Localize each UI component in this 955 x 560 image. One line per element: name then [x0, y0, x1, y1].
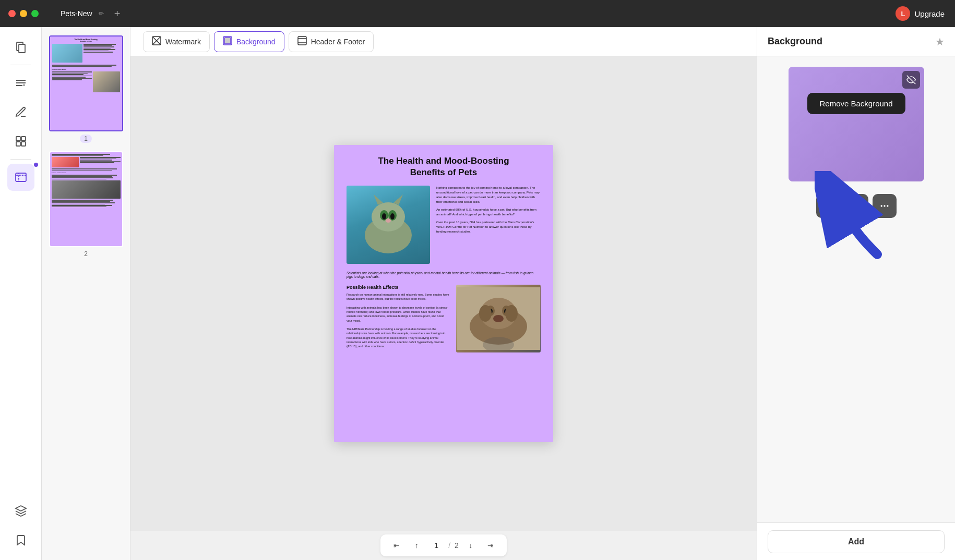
- svg-point-33: [505, 305, 518, 322]
- edit-background-button[interactable]: [844, 194, 868, 218]
- icon-sidebar: [0, 27, 42, 560]
- toggle-visibility-button[interactable]: [902, 71, 920, 89]
- right-panel-title: Background: [768, 36, 822, 47]
- edit-title-icon[interactable]: ✏: [99, 10, 104, 17]
- doc-para-1: Nothing compares to the joy of coming ho…: [436, 186, 541, 204]
- watermark-tab-label: Watermark: [165, 38, 201, 46]
- add-label: Add: [848, 537, 864, 546]
- svg-point-31: [493, 315, 504, 322]
- next-page-button[interactable]: ↓: [463, 538, 479, 553]
- page-navigation: ⇤ ↑ 1 / 2 ↓ ⇥: [380, 534, 507, 556]
- cat-image: [347, 186, 430, 264]
- last-page-button[interactable]: ⇥: [483, 538, 498, 553]
- maximize-button[interactable]: [31, 10, 39, 17]
- svg-point-23: [386, 218, 391, 223]
- right-panel-header: Background ★: [757, 27, 955, 56]
- minimize-button[interactable]: [20, 10, 27, 17]
- svg-rect-4: [16, 142, 20, 146]
- doc-right-col: [456, 285, 541, 352]
- pages-panel: The Health and Mood-BoostingBenefits of …: [42, 27, 130, 560]
- tab-watermark[interactable]: Watermark: [143, 31, 210, 52]
- svg-point-32: [479, 305, 492, 322]
- background-tab-label: Background: [236, 38, 276, 46]
- svg-point-16: [372, 202, 405, 232]
- upgrade-button[interactable]: L Upgrade: [896, 6, 945, 21]
- doc-section-1: Nothing compares to the joy of coming ho…: [347, 186, 541, 264]
- svg-point-21: [382, 213, 386, 220]
- doc-separator-text: Scientists are looking at what the poten…: [347, 271, 541, 278]
- delete-background-button[interactable]: [816, 194, 840, 218]
- tab-background[interactable]: Background: [214, 31, 284, 52]
- action-buttons-row: [816, 194, 897, 218]
- svg-rect-12: [298, 36, 306, 45]
- remove-background-label: Remove Background: [819, 99, 892, 108]
- avatar: L: [896, 6, 910, 21]
- svg-point-38: [887, 205, 888, 206]
- svg-point-22: [390, 213, 395, 220]
- doc-text-1: Nothing compares to the joy of coming ho…: [436, 186, 541, 264]
- doc-left-col: Possible Health Effects Research on huma…: [347, 285, 450, 352]
- right-panel: Background ★ Remove Background: [757, 27, 955, 560]
- sidebar-item-watermark[interactable]: [7, 164, 34, 191]
- toolbar-tabs: Watermark Background: [130, 27, 757, 56]
- dog-image: [456, 285, 541, 352]
- doc-para-2: An estimated 68% of U.S. households have…: [436, 208, 541, 217]
- page-thumb-1[interactable]: The Health and Mood-BoostingBenefits of …: [48, 35, 124, 143]
- upgrade-label: Upgrade: [914, 9, 945, 18]
- tab-header-footer[interactable]: Header & Footer: [289, 31, 374, 52]
- sidebar-item-edit[interactable]: [7, 99, 34, 126]
- thumb-image-2: Animals Helping People: [49, 151, 123, 247]
- page-thumb-2[interactable]: Animals Helping People 2: [48, 151, 124, 258]
- more-options-button[interactable]: [873, 194, 897, 218]
- page-number-2: 2: [84, 250, 88, 258]
- prev-page-button[interactable]: ↑: [409, 538, 424, 553]
- first-page-button[interactable]: ⇤: [389, 538, 404, 553]
- doc-section-body: Research on human-animal interactions is…: [347, 293, 450, 348]
- svg-rect-11: [224, 38, 231, 44]
- sidebar-item-bookmark[interactable]: [7, 527, 34, 554]
- current-page-input[interactable]: 1: [428, 541, 444, 550]
- main-layout: The Health and Mood-BoostingBenefits of …: [0, 27, 955, 560]
- right-panel-footer: Add: [757, 522, 955, 560]
- doc-para-3: Over the past 10 years, NIH has partnere…: [436, 220, 541, 234]
- close-button[interactable]: [8, 10, 16, 17]
- favorite-star-icon[interactable]: ★: [935, 35, 945, 48]
- svg-rect-1: [19, 44, 25, 53]
- svg-marker-18: [393, 194, 403, 205]
- right-panel-body: Remove Background: [757, 56, 955, 522]
- document-heading: The Health and Mood-BoostingBenefits of …: [347, 155, 541, 178]
- total-pages: 2: [455, 541, 459, 550]
- page-separator: /: [448, 541, 450, 550]
- arrow-indicator: [815, 171, 898, 265]
- doc-section-title: Possible Health Effects: [347, 285, 450, 290]
- new-tab-button[interactable]: +: [114, 8, 121, 20]
- document-page: The Health and Mood-BoostingBenefits of …: [334, 145, 553, 442]
- pagination-bar: ⇤ ↑ 1 / 2 ↓ ⇥: [130, 531, 757, 560]
- svg-rect-2: [16, 137, 20, 141]
- background-tab-icon: [223, 36, 232, 47]
- svg-rect-6: [16, 173, 26, 181]
- page-number-1: 1: [80, 135, 92, 143]
- svg-rect-5: [21, 142, 26, 146]
- header-footer-tab-label: Header & Footer: [311, 38, 365, 46]
- header-footer-tab-icon: [297, 36, 307, 47]
- watermark-tab-icon: [152, 36, 161, 47]
- editor-area: Watermark Background: [130, 27, 757, 560]
- sidebar-item-layers[interactable]: [7, 128, 34, 155]
- canvas-area: The Health and Mood-BoostingBenefits of …: [130, 56, 757, 531]
- divider: [10, 65, 31, 65]
- titlebar: Pets-New ✏ + L Upgrade: [0, 0, 955, 27]
- sidebar-item-pages[interactable]: [7, 33, 34, 60]
- add-background-button[interactable]: Add: [768, 530, 945, 553]
- active-indicator: [34, 163, 38, 167]
- traffic-lights: [8, 10, 39, 17]
- thumb-image-1: The Health and Mood-BoostingBenefits of …: [49, 35, 123, 131]
- sidebar-item-stack[interactable]: [7, 497, 34, 525]
- background-preview-card: Remove Background: [789, 67, 924, 181]
- sidebar-item-text[interactable]: [7, 69, 34, 96]
- svg-point-36: [880, 205, 882, 206]
- divider2: [10, 159, 31, 160]
- svg-point-37: [884, 205, 885, 206]
- document-title: Pets-New: [61, 9, 92, 18]
- remove-background-tooltip: Remove Background: [807, 93, 905, 114]
